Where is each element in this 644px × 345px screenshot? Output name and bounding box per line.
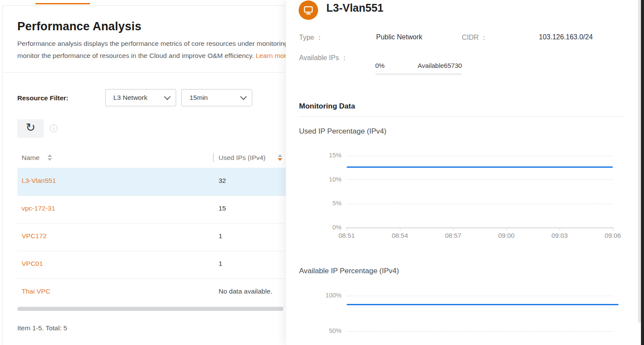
- interval-select[interactable]: 15min: [181, 89, 252, 106]
- interval-value: 15min: [190, 94, 208, 102]
- x-axis-tick-label: 08:51: [333, 232, 361, 239]
- section-divider: [299, 116, 624, 117]
- gridline: [347, 179, 613, 180]
- x-axis-tick-mark: [506, 228, 507, 230]
- resource-type-select[interactable]: L3 Network: [105, 89, 176, 106]
- refresh-button[interactable]: ↻: [17, 119, 44, 138]
- resource-name-link[interactable]: VPC172: [22, 232, 47, 240]
- page-description-line2: monitor the performance of resources in …: [17, 52, 290, 60]
- available-ips-label: Available IPs ：: [299, 54, 348, 63]
- resource-detail-panel: L3-Vlan551 Type ： Public Network CIDR ： …: [286, 0, 644, 345]
- network-resource-icon: [299, 0, 318, 20]
- used-ips-value: 32: [219, 177, 226, 185]
- sort-desc-active-icon[interactable]: [278, 154, 282, 161]
- info-icon[interactable]: i: [50, 125, 58, 132]
- available-ip-percentage-chart: 100%50%: [347, 296, 613, 345]
- x-axis-tick-label: 09:03: [546, 232, 573, 239]
- x-axis-tick-mark: [347, 228, 347, 230]
- used-ip-percentage-chart: 15%10%5%0%08:5108:5408:5709:0009:0309:06: [347, 156, 613, 228]
- y-axis-tick-label: 15%: [316, 152, 341, 159]
- card-border: [2, 5, 3, 345]
- series-line: [347, 304, 618, 305]
- y-axis-tick-label: 0%: [316, 224, 341, 231]
- y-axis-tick-label: 5%: [316, 200, 341, 207]
- gridline: [347, 296, 613, 296]
- panel-vertical-scrollbar[interactable]: [638, 0, 641, 323]
- available-count: Available65730: [418, 62, 462, 69]
- window-edge-strip: [641, 0, 644, 345]
- column-header-name[interactable]: Name: [22, 154, 39, 162]
- y-axis-tick-label: 50%: [316, 327, 341, 334]
- y-axis-tick-label: 10%: [316, 176, 341, 183]
- column-separator: [213, 153, 214, 162]
- x-axis-line: [346, 227, 613, 228]
- x-axis-tick-mark: [560, 228, 560, 230]
- x-axis-tick-mark: [453, 228, 454, 230]
- column-header-used-ips[interactable]: Used IPs (IPv4): [219, 154, 266, 162]
- type-value: Public Network: [376, 33, 422, 41]
- refresh-icon: ↻: [26, 122, 35, 134]
- horizontal-scrollbar[interactable]: [17, 307, 283, 311]
- x-axis-tick-label: 09:06: [599, 232, 627, 239]
- series-line: [347, 166, 613, 168]
- gridline: [347, 331, 613, 332]
- chevron-down-icon: [164, 93, 171, 100]
- resource-name-link[interactable]: VPC01: [22, 260, 43, 268]
- resource-name-link[interactable]: vpc-172-31: [22, 204, 55, 212]
- resource-filter-label: Resource Filter:: [17, 94, 68, 102]
- x-axis-tick-label: 08:54: [386, 232, 414, 239]
- chart-title-available-ip: Available IP Percentage (IPv4): [299, 267, 399, 275]
- active-tab-underline: [35, 3, 90, 4]
- panel-title: L3-Vlan551: [326, 2, 383, 14]
- monitor-icon: [303, 4, 314, 16]
- resource-type-value: L3 Network: [113, 94, 147, 102]
- type-label: Type ：: [299, 33, 323, 42]
- gridline: [347, 156, 613, 156]
- chevron-down-icon: [240, 93, 247, 100]
- cidr-label: CIDR ：: [462, 33, 488, 42]
- usage-percent: 0%: [375, 62, 385, 69]
- used-ips-value: 1: [219, 232, 222, 240]
- x-axis-tick-label: 09:00: [493, 232, 520, 239]
- page-title: Performance Analysis: [17, 20, 142, 33]
- x-axis-tick-label: 08:57: [439, 232, 467, 239]
- monitoring-data-heading: Monitoring Data: [299, 102, 355, 111]
- used-ips-value: 1: [219, 260, 222, 268]
- x-axis-tick-mark: [613, 228, 613, 230]
- page-description-line1: Performance analysis displays the perfor…: [17, 40, 326, 48]
- sort-icon[interactable]: [48, 154, 52, 161]
- pagination-summary: Item 1-5. Total: 5: [17, 324, 67, 332]
- resource-name-link[interactable]: Thai VPC: [22, 288, 50, 295]
- used-ips-value: 15: [219, 204, 226, 212]
- used-ips-value: No data available.: [219, 288, 272, 295]
- resource-name-link[interactable]: L3-Vlan551: [22, 177, 56, 185]
- y-axis-tick-label: 100%: [316, 292, 341, 299]
- cidr-value: 103.126.163.0/24: [539, 33, 593, 41]
- available-ips-progress-bar: [375, 73, 462, 75]
- gridline: [347, 204, 613, 204]
- chart-title-used-ip: Used IP Percentage (IPv4): [299, 127, 386, 136]
- learn-more-link[interactable]: Learn more: [256, 52, 290, 59]
- x-axis-tick-mark: [400, 228, 400, 230]
